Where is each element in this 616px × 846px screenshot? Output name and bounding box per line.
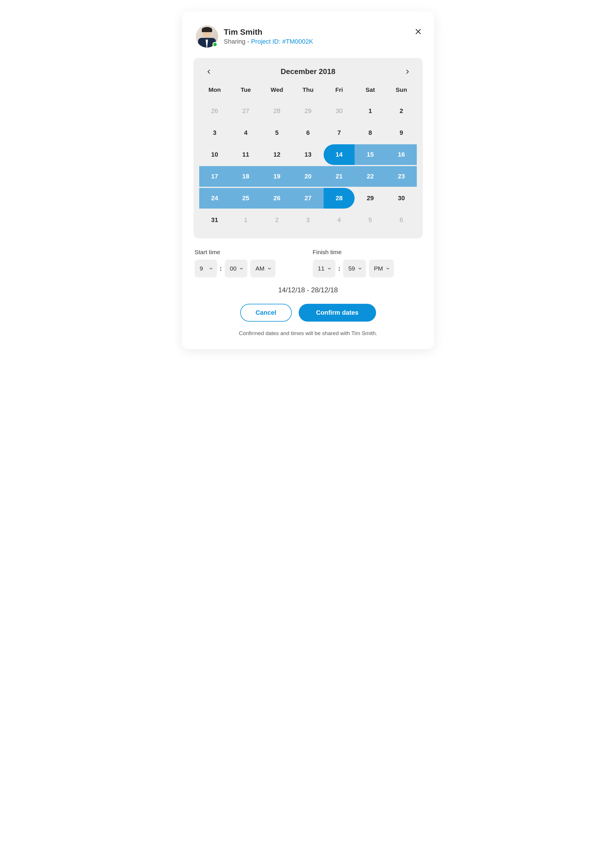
calendar: December 2018 MonTueWedThuFriSatSun 2627… [194, 58, 423, 238]
avatar-wrap [196, 25, 218, 48]
sharing-prefix: Sharing - [224, 38, 251, 45]
confirm-button[interactable]: Confirm dates [299, 304, 376, 322]
calendar-day[interactable]: 16 [386, 144, 417, 165]
close-button[interactable] [414, 27, 423, 36]
calendar-day[interactable]: 26 [261, 188, 293, 209]
calendar-day[interactable]: 8 [355, 122, 386, 143]
next-month-button[interactable] [403, 68, 411, 76]
calendar-day[interactable]: 11 [230, 144, 261, 165]
calendar-day[interactable]: 13 [292, 144, 324, 165]
chevron-down-icon [209, 266, 213, 271]
start-hour-value: 9 [200, 265, 203, 272]
calendar-day[interactable]: 27 [230, 101, 261, 121]
header-text: Tim Smith Sharing - Project ID: #TM0002K [224, 28, 408, 45]
time-colon: : [338, 265, 340, 272]
start-minute-value: 00 [230, 265, 236, 272]
calendar-day[interactable]: 2 [386, 101, 417, 121]
finish-time-label: Finish time [313, 249, 422, 256]
weekday-label: Tue [230, 84, 261, 99]
calendar-day[interactable]: 28 [261, 101, 293, 121]
prev-month-button[interactable] [205, 68, 213, 76]
calendar-month-label: December 2018 [281, 67, 335, 76]
finish-minute-select[interactable]: 59 [343, 260, 366, 277]
start-time-inputs: 9 : 00 AM [195, 260, 304, 277]
time-section: Start time 9 : 00 AM Finish time [194, 249, 423, 277]
finish-period-value: PM [374, 265, 383, 272]
calendar-day[interactable]: 1 [230, 210, 261, 230]
share-dates-dialog: Tim Smith Sharing - Project ID: #TM0002K… [182, 12, 434, 349]
calendar-day[interactable]: 5 [261, 122, 293, 143]
calendar-day[interactable]: 29 [292, 101, 324, 121]
subtitle: Sharing - Project ID: #TM0002K [224, 38, 408, 45]
calendar-day[interactable]: 6 [292, 122, 324, 143]
finish-period-select[interactable]: PM [369, 260, 394, 277]
chevron-down-icon [267, 266, 271, 271]
calendar-day[interactable]: 21 [324, 166, 355, 187]
start-hour-select[interactable]: 9 [195, 260, 217, 277]
calendar-day[interactable]: 28 [324, 188, 355, 209]
project-id-link[interactable]: Project ID: #TM0002K [251, 38, 313, 45]
user-name: Tim Smith [224, 28, 408, 37]
calendar-day[interactable]: 4 [230, 122, 261, 143]
calendar-day[interactable]: 20 [292, 166, 324, 187]
calendar-day[interactable]: 23 [386, 166, 417, 187]
date-range-display: 14/12/18 - 28/12/18 [194, 286, 423, 294]
calendar-day[interactable]: 9 [386, 122, 417, 143]
start-minute-select[interactable]: 00 [225, 260, 247, 277]
days-grid: 2627282930123456789101112131415161718192… [199, 101, 417, 230]
calendar-day[interactable]: 2 [261, 210, 293, 230]
calendar-day[interactable]: 10 [199, 144, 230, 165]
action-buttons: Cancel Confirm dates [194, 304, 423, 322]
calendar-day[interactable]: 7 [324, 122, 355, 143]
start-time-col: Start time 9 : 00 AM [195, 249, 304, 277]
weekday-label: Sat [355, 84, 386, 99]
footnote: Confirmed dates and times will be shared… [194, 330, 423, 337]
cancel-button[interactable]: Cancel [240, 304, 292, 322]
calendar-day[interactable]: 18 [230, 166, 261, 187]
calendar-day[interactable]: 27 [292, 188, 324, 209]
start-time-label: Start time [195, 249, 304, 256]
dialog-header: Tim Smith Sharing - Project ID: #TM0002K [194, 25, 423, 48]
start-period-value: AM [255, 265, 265, 272]
time-colon: : [220, 265, 222, 272]
weekday-row: MonTueWedThuFriSatSun [199, 84, 417, 99]
finish-hour-select[interactable]: 11 [313, 260, 335, 277]
calendar-day[interactable]: 17 [199, 166, 230, 187]
weekday-label: Sun [386, 84, 417, 99]
calendar-day[interactable]: 15 [355, 144, 386, 165]
chevron-down-icon [358, 266, 362, 271]
calendar-day[interactable]: 6 [386, 210, 417, 230]
calendar-day[interactable]: 3 [199, 122, 230, 143]
finish-time-col: Finish time 11 : 59 PM [313, 249, 422, 277]
calendar-day[interactable]: 1 [355, 101, 386, 121]
calendar-day[interactable]: 26 [199, 101, 230, 121]
chevron-right-icon [405, 69, 410, 74]
calendar-day[interactable]: 25 [230, 188, 261, 209]
calendar-day[interactable]: 30 [324, 101, 355, 121]
calendar-day[interactable]: 30 [386, 188, 417, 209]
calendar-day[interactable]: 19 [261, 166, 293, 187]
close-icon [415, 28, 422, 35]
finish-minute-value: 59 [348, 265, 355, 272]
start-period-select[interactable]: AM [250, 260, 276, 277]
calendar-day[interactable]: 3 [292, 210, 324, 230]
weekday-label: Thu [292, 84, 324, 99]
calendar-day[interactable]: 5 [355, 210, 386, 230]
finish-time-inputs: 11 : 59 PM [313, 260, 422, 277]
finish-hour-value: 11 [318, 265, 324, 272]
calendar-header: December 2018 [199, 67, 417, 84]
calendar-day[interactable]: 29 [355, 188, 386, 209]
calendar-day[interactable]: 31 [199, 210, 230, 230]
chevron-down-icon [327, 266, 331, 271]
chevron-down-icon [239, 266, 243, 271]
chevron-left-icon [206, 69, 211, 74]
calendar-day[interactable]: 14 [324, 144, 355, 165]
weekday-label: Fri [324, 84, 355, 99]
calendar-day[interactable]: 24 [199, 188, 230, 209]
status-online-icon [213, 42, 217, 47]
weekday-label: Wed [261, 84, 293, 99]
weekday-label: Mon [199, 84, 230, 99]
calendar-day[interactable]: 12 [261, 144, 293, 165]
calendar-day[interactable]: 4 [324, 210, 355, 230]
calendar-day[interactable]: 22 [355, 166, 386, 187]
